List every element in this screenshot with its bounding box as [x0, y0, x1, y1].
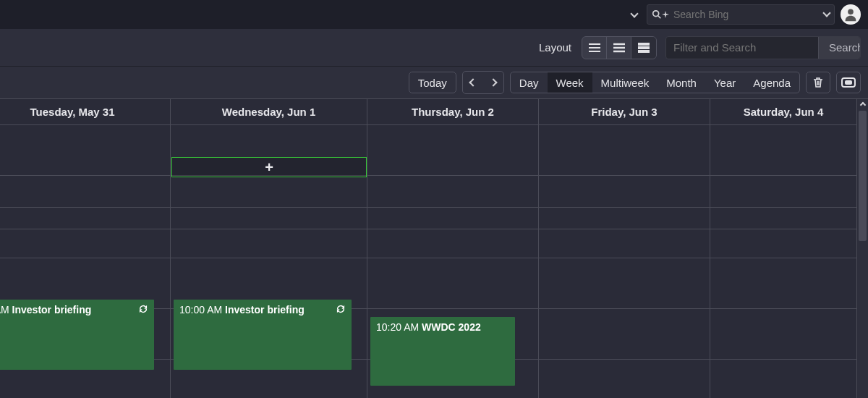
day-header: Wednesday, Jun 1 — [171, 99, 367, 124]
day-header: Friday, Jun 3 — [539, 99, 710, 124]
layout-medium-button[interactable] — [607, 37, 631, 59]
chevron-up-icon — [859, 102, 865, 108]
sparkle-icon — [662, 11, 669, 18]
time-row — [0, 208, 868, 258]
event-time: 00 AM — [0, 304, 9, 316]
fullscreen-button[interactable] — [836, 72, 861, 93]
layout-wide-button[interactable] — [631, 37, 656, 59]
browser-search-box[interactable] — [647, 4, 835, 25]
recurring-icon — [336, 304, 346, 316]
browser-search-input[interactable] — [673, 9, 824, 20]
search-button[interactable]: Search — [818, 37, 861, 59]
density-medium-icon — [613, 43, 626, 53]
calendar-event[interactable]: 10:00 AM Investor briefing — [174, 300, 352, 370]
view-switch-group: DayWeekMultiweekMonthYearAgenda — [510, 72, 800, 93]
scrollbar-thumb[interactable] — [859, 111, 867, 241]
avatar[interactable] — [841, 4, 861, 25]
event-title: Investor briefing — [12, 304, 92, 316]
calendar-event[interactable]: 00 AM Investor briefing — [0, 300, 154, 370]
layout-density-group — [582, 36, 657, 59]
search-icon — [652, 9, 662, 20]
view-day-button[interactable]: Day — [511, 72, 548, 93]
day-header: Saturday, Jun 4 — [710, 99, 857, 124]
next-button[interactable] — [483, 72, 503, 93]
view-agenda-button[interactable]: Agenda — [744, 72, 799, 93]
vertical-scrollbar[interactable] — [856, 99, 868, 398]
browser-topbar — [0, 0, 868, 29]
svg-rect-15 — [846, 81, 851, 84]
calendar-grid[interactable]: 00 AM Investor briefing10:00 AM Investor… — [0, 125, 868, 398]
delete-button[interactable] — [806, 72, 830, 93]
toolbar-row-nav: Today DayWeekMultiweekMonthYearAgenda — [0, 67, 868, 98]
view-week-button[interactable]: Week — [548, 72, 592, 93]
layout-label: Layout — [539, 41, 571, 54]
filter-search-wrap: Search — [665, 36, 861, 59]
svg-rect-9 — [638, 43, 650, 46]
recurring-icon — [138, 304, 148, 316]
today-button[interactable]: Today — [409, 72, 456, 93]
event-time: 10:00 AM — [179, 304, 222, 316]
chevron-left-icon — [469, 78, 477, 86]
svg-line-1 — [658, 16, 661, 19]
view-multiweek-button[interactable]: Multiweek — [592, 72, 658, 93]
day-headers: Tuesday, May 31Wednesday, Jun 1Thursday,… — [0, 99, 868, 125]
event-time: 10:20 AM — [376, 321, 419, 333]
svg-point-2 — [848, 9, 854, 14]
fullscreen-icon — [841, 77, 856, 88]
svg-rect-10 — [638, 46, 650, 49]
view-year-button[interactable]: Year — [705, 72, 744, 93]
density-compact-icon — [588, 43, 601, 53]
event-title: WWDC 2022 — [422, 321, 481, 333]
chevron-right-icon — [489, 78, 497, 86]
day-header: Thursday, Jun 2 — [367, 99, 539, 124]
plus-icon: + — [265, 159, 273, 176]
new-event-cell[interactable]: + — [171, 157, 367, 177]
svg-point-0 — [653, 11, 659, 17]
layout-compact-button[interactable] — [582, 37, 607, 59]
trash-icon — [812, 77, 824, 88]
nav-arrows-group — [462, 71, 504, 94]
scroll-up-button[interactable] — [857, 99, 868, 111]
event-title: Investor briefing — [225, 304, 305, 316]
filter-search-input[interactable] — [666, 37, 818, 59]
day-header: Tuesday, May 31 — [0, 99, 171, 124]
prev-button[interactable] — [463, 72, 483, 93]
view-month-button[interactable]: Month — [658, 72, 705, 93]
density-wide-icon — [637, 43, 650, 53]
search-engine-dropdown-icon[interactable] — [824, 9, 830, 20]
calendar: Tuesday, May 31Wednesday, Jun 1Thursday,… — [0, 98, 868, 398]
calendar-event[interactable]: 10:20 AM WWDC 2022 — [370, 317, 515, 386]
address-dropdown-icon[interactable] — [628, 8, 641, 21]
svg-rect-11 — [638, 50, 650, 53]
toolbar-row-layout: Layout Search — [0, 29, 868, 67]
